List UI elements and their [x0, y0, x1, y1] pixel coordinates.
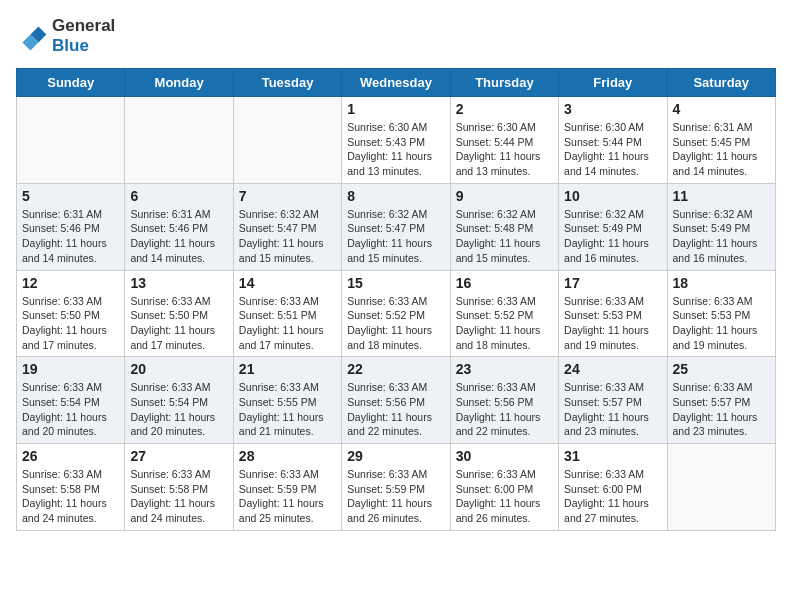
day-number: 6: [130, 188, 227, 204]
calendar-cell: [125, 97, 233, 184]
calendar-cell: [17, 97, 125, 184]
day-info: Sunrise: 6:33 AM Sunset: 5:58 PM Dayligh…: [130, 467, 227, 526]
day-number: 20: [130, 361, 227, 377]
day-info: Sunrise: 6:33 AM Sunset: 5:54 PM Dayligh…: [130, 380, 227, 439]
day-info: Sunrise: 6:32 AM Sunset: 5:49 PM Dayligh…: [564, 207, 661, 266]
day-info: Sunrise: 6:33 AM Sunset: 5:52 PM Dayligh…: [347, 294, 444, 353]
day-info: Sunrise: 6:32 AM Sunset: 5:49 PM Dayligh…: [673, 207, 770, 266]
day-info: Sunrise: 6:33 AM Sunset: 5:50 PM Dayligh…: [22, 294, 119, 353]
day-info: Sunrise: 6:31 AM Sunset: 5:45 PM Dayligh…: [673, 120, 770, 179]
calendar-cell: 4Sunrise: 6:31 AM Sunset: 5:45 PM Daylig…: [667, 97, 775, 184]
day-number: 25: [673, 361, 770, 377]
calendar-cell: 6Sunrise: 6:31 AM Sunset: 5:46 PM Daylig…: [125, 183, 233, 270]
day-number: 10: [564, 188, 661, 204]
calendar-cell: [667, 444, 775, 531]
calendar-cell: 18Sunrise: 6:33 AM Sunset: 5:53 PM Dayli…: [667, 270, 775, 357]
calendar-cell: 17Sunrise: 6:33 AM Sunset: 5:53 PM Dayli…: [559, 270, 667, 357]
day-number: 26: [22, 448, 119, 464]
calendar-cell: 19Sunrise: 6:33 AM Sunset: 5:54 PM Dayli…: [17, 357, 125, 444]
logo-general-text: General: [52, 16, 115, 35]
calendar-cell: 25Sunrise: 6:33 AM Sunset: 5:57 PM Dayli…: [667, 357, 775, 444]
day-info: Sunrise: 6:33 AM Sunset: 5:56 PM Dayligh…: [456, 380, 553, 439]
calendar-table: SundayMondayTuesdayWednesdayThursdayFrid…: [16, 68, 776, 531]
day-info: Sunrise: 6:31 AM Sunset: 5:46 PM Dayligh…: [130, 207, 227, 266]
calendar-cell: 14Sunrise: 6:33 AM Sunset: 5:51 PM Dayli…: [233, 270, 341, 357]
weekday-header-sunday: Sunday: [17, 69, 125, 97]
day-number: 2: [456, 101, 553, 117]
day-info: Sunrise: 6:32 AM Sunset: 5:47 PM Dayligh…: [239, 207, 336, 266]
calendar-cell: 11Sunrise: 6:32 AM Sunset: 5:49 PM Dayli…: [667, 183, 775, 270]
day-number: 22: [347, 361, 444, 377]
week-row-5: 26Sunrise: 6:33 AM Sunset: 5:58 PM Dayli…: [17, 444, 776, 531]
calendar-cell: 24Sunrise: 6:33 AM Sunset: 5:57 PM Dayli…: [559, 357, 667, 444]
day-info: Sunrise: 6:33 AM Sunset: 5:59 PM Dayligh…: [239, 467, 336, 526]
calendar-cell: 22Sunrise: 6:33 AM Sunset: 5:56 PM Dayli…: [342, 357, 450, 444]
calendar-cell: 3Sunrise: 6:30 AM Sunset: 5:44 PM Daylig…: [559, 97, 667, 184]
day-info: Sunrise: 6:33 AM Sunset: 5:58 PM Dayligh…: [22, 467, 119, 526]
day-info: Sunrise: 6:32 AM Sunset: 5:48 PM Dayligh…: [456, 207, 553, 266]
calendar-cell: 16Sunrise: 6:33 AM Sunset: 5:52 PM Dayli…: [450, 270, 558, 357]
logo: General Blue: [16, 16, 115, 56]
day-info: Sunrise: 6:33 AM Sunset: 5:59 PM Dayligh…: [347, 467, 444, 526]
weekday-header-saturday: Saturday: [667, 69, 775, 97]
day-number: 9: [456, 188, 553, 204]
day-number: 16: [456, 275, 553, 291]
calendar-cell: [233, 97, 341, 184]
day-info: Sunrise: 6:33 AM Sunset: 5:52 PM Dayligh…: [456, 294, 553, 353]
week-row-1: 1Sunrise: 6:30 AM Sunset: 5:43 PM Daylig…: [17, 97, 776, 184]
day-number: 5: [22, 188, 119, 204]
day-info: Sunrise: 6:31 AM Sunset: 5:46 PM Dayligh…: [22, 207, 119, 266]
weekday-header-wednesday: Wednesday: [342, 69, 450, 97]
calendar-cell: 20Sunrise: 6:33 AM Sunset: 5:54 PM Dayli…: [125, 357, 233, 444]
calendar-cell: 23Sunrise: 6:33 AM Sunset: 5:56 PM Dayli…: [450, 357, 558, 444]
day-number: 21: [239, 361, 336, 377]
week-row-2: 5Sunrise: 6:31 AM Sunset: 5:46 PM Daylig…: [17, 183, 776, 270]
day-number: 11: [673, 188, 770, 204]
calendar-cell: 8Sunrise: 6:32 AM Sunset: 5:47 PM Daylig…: [342, 183, 450, 270]
day-info: Sunrise: 6:33 AM Sunset: 5:55 PM Dayligh…: [239, 380, 336, 439]
calendar-cell: 9Sunrise: 6:32 AM Sunset: 5:48 PM Daylig…: [450, 183, 558, 270]
day-number: 3: [564, 101, 661, 117]
day-number: 31: [564, 448, 661, 464]
weekday-header-row: SundayMondayTuesdayWednesdayThursdayFrid…: [17, 69, 776, 97]
day-number: 28: [239, 448, 336, 464]
calendar-cell: 30Sunrise: 6:33 AM Sunset: 6:00 PM Dayli…: [450, 444, 558, 531]
calendar-cell: 21Sunrise: 6:33 AM Sunset: 5:55 PM Dayli…: [233, 357, 341, 444]
calendar-cell: 5Sunrise: 6:31 AM Sunset: 5:46 PM Daylig…: [17, 183, 125, 270]
page-header: General Blue: [16, 16, 776, 56]
day-number: 27: [130, 448, 227, 464]
week-row-4: 19Sunrise: 6:33 AM Sunset: 5:54 PM Dayli…: [17, 357, 776, 444]
calendar-cell: 2Sunrise: 6:30 AM Sunset: 5:44 PM Daylig…: [450, 97, 558, 184]
weekday-header-thursday: Thursday: [450, 69, 558, 97]
calendar-cell: 1Sunrise: 6:30 AM Sunset: 5:43 PM Daylig…: [342, 97, 450, 184]
day-number: 15: [347, 275, 444, 291]
calendar-cell: 29Sunrise: 6:33 AM Sunset: 5:59 PM Dayli…: [342, 444, 450, 531]
day-info: Sunrise: 6:33 AM Sunset: 5:54 PM Dayligh…: [22, 380, 119, 439]
day-number: 13: [130, 275, 227, 291]
day-number: 1: [347, 101, 444, 117]
day-info: Sunrise: 6:33 AM Sunset: 6:00 PM Dayligh…: [456, 467, 553, 526]
calendar-cell: 12Sunrise: 6:33 AM Sunset: 5:50 PM Dayli…: [17, 270, 125, 357]
day-number: 19: [22, 361, 119, 377]
day-number: 18: [673, 275, 770, 291]
day-info: Sunrise: 6:30 AM Sunset: 5:44 PM Dayligh…: [564, 120, 661, 179]
day-info: Sunrise: 6:33 AM Sunset: 5:50 PM Dayligh…: [130, 294, 227, 353]
day-info: Sunrise: 6:32 AM Sunset: 5:47 PM Dayligh…: [347, 207, 444, 266]
day-info: Sunrise: 6:30 AM Sunset: 5:44 PM Dayligh…: [456, 120, 553, 179]
calendar-cell: 10Sunrise: 6:32 AM Sunset: 5:49 PM Dayli…: [559, 183, 667, 270]
calendar-cell: 26Sunrise: 6:33 AM Sunset: 5:58 PM Dayli…: [17, 444, 125, 531]
week-row-3: 12Sunrise: 6:33 AM Sunset: 5:50 PM Dayli…: [17, 270, 776, 357]
calendar-cell: 7Sunrise: 6:32 AM Sunset: 5:47 PM Daylig…: [233, 183, 341, 270]
calendar-cell: 28Sunrise: 6:33 AM Sunset: 5:59 PM Dayli…: [233, 444, 341, 531]
day-number: 14: [239, 275, 336, 291]
day-info: Sunrise: 6:33 AM Sunset: 6:00 PM Dayligh…: [564, 467, 661, 526]
day-number: 17: [564, 275, 661, 291]
day-info: Sunrise: 6:33 AM Sunset: 5:53 PM Dayligh…: [673, 294, 770, 353]
day-number: 4: [673, 101, 770, 117]
logo-icon: [16, 20, 48, 52]
day-number: 12: [22, 275, 119, 291]
day-info: Sunrise: 6:33 AM Sunset: 5:56 PM Dayligh…: [347, 380, 444, 439]
day-number: 24: [564, 361, 661, 377]
weekday-header-friday: Friday: [559, 69, 667, 97]
day-info: Sunrise: 6:33 AM Sunset: 5:57 PM Dayligh…: [564, 380, 661, 439]
